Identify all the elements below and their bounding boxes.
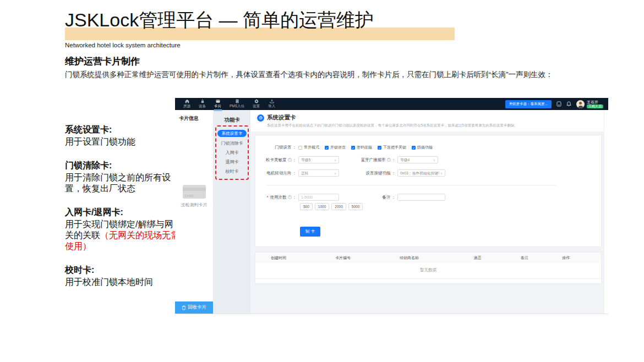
checkbox-anti-pry[interactable]: 防撬功能 xyxy=(412,145,433,150)
motor-direction-select[interactable]: 正转 xyxy=(298,169,339,177)
user-menu[interactable]: 王石开 工程人员 xyxy=(576,100,603,108)
note-heading: 门锁清除卡: xyxy=(65,160,181,171)
sidebar-item-lock-clear-card[interactable]: 门锁清除卡 xyxy=(221,139,243,148)
nav-item-import[interactable]: 导入 xyxy=(267,98,276,110)
quick-1000-button[interactable]: 1000 xyxy=(315,203,329,210)
note-heading: 校时卡: xyxy=(65,265,181,276)
chevron-down-icon xyxy=(334,158,336,162)
system-card-gear-icon xyxy=(257,114,264,122)
section-description: 门锁系统提供多种正常维护运营可使用的卡片制作，具体设置查看个选项卡内的内容说明，… xyxy=(65,70,604,80)
lock-settings-label: 门锁设置： xyxy=(255,145,297,150)
card-placeholder-area: CARD 没检测到卡片 xyxy=(175,185,213,208)
col-actions: 操作 xyxy=(558,255,601,261)
section-heading: 维护运营卡片制作 xyxy=(65,55,140,68)
recycle-card-label: 回收卡片 xyxy=(188,304,206,311)
lock-icon xyxy=(200,99,205,103)
app-navbar: 房源 设备 卡片 PMS入住 设置 导入 xyxy=(175,98,608,110)
user-meta: 王石开 工程人员 xyxy=(587,100,603,108)
gear-icon xyxy=(254,99,259,103)
card-placeholder-image: CARD xyxy=(183,185,206,199)
recycle-card-button[interactable]: 回收卡片 xyxy=(175,301,213,314)
col-card-number: 卡片编号 xyxy=(331,255,395,261)
sidebar-item-leave-network-card[interactable]: 退网卡 xyxy=(226,157,239,167)
app-body: 卡片信息 CARD 没检测到卡片 回收卡片 功能卡 系统设置卡 门锁清除卡 入网… xyxy=(175,110,608,314)
main-title: 系统设置卡 xyxy=(267,114,296,122)
chevron-down-icon xyxy=(440,172,443,175)
bell-icon[interactable] xyxy=(566,101,571,107)
card-icon xyxy=(216,99,220,103)
nav-label: 设备 xyxy=(199,104,206,109)
info-icon xyxy=(387,158,391,162)
card-history-table: 创建时间 卡片编号 经销商名称 酒店 备注 操作 暂无数据 xyxy=(255,252,602,284)
note-time-card: 校时卡: 用于校准门锁本地时间 xyxy=(65,265,181,288)
checkbox-box xyxy=(325,146,329,150)
sidebar-item-system-setting-card[interactable]: 系统设置卡 xyxy=(217,130,247,137)
import-icon xyxy=(270,99,274,103)
nav-item-rooms[interactable]: 房源 xyxy=(182,98,192,110)
main-content: 门锁设置： 常开模式 开锁语音 密码使能 下压把手关锁 防撬功能 检卡灵敏度： xyxy=(250,131,608,314)
selects-row-1: 检卡灵敏度： 等级5 蓝牙广播频率： 等级4 xyxy=(255,156,601,163)
note-network-card: 入网卡/退网卡: 用于实现门锁绑定/解绑与网关的关联（无网关的现场无需使用） xyxy=(65,207,181,252)
app-screenshot: 房源 设备 卡片 PMS入住 设置 导入 xyxy=(175,98,608,314)
trash-icon xyxy=(182,305,186,310)
nav-label: 房源 xyxy=(183,104,190,109)
motor-direction-label: 电机转动方向： xyxy=(255,171,297,176)
table-header-row: 创建时间 卡片编号 经销商名称 酒店 备注 操作 xyxy=(255,253,601,263)
nav-label: 导入 xyxy=(268,104,275,109)
nav-item-cards[interactable]: 卡片 xyxy=(213,98,222,110)
note-clear-card: 门锁清除卡: 用于清除门锁之前的所有设置，恢复出厂状态 xyxy=(65,160,181,194)
checkbox-box xyxy=(351,146,355,150)
bluetooth-broadcast-label: 蓝牙广播频率： xyxy=(339,157,396,163)
card-info-panel: 卡片信息 CARD 没检测到卡片 回收卡片 xyxy=(175,110,214,314)
note-heading: 入网卡/退网卡: xyxy=(65,207,181,218)
checkbox-press-handle-lock[interactable]: 下压把手关锁 xyxy=(378,145,406,150)
usage-row: 使用次数： 备注： xyxy=(255,194,601,201)
note-body: 用于清除门锁之前的所有设置，恢复出厂状态 xyxy=(65,172,181,194)
card-sensitivity-select[interactable]: 等级5 xyxy=(298,156,339,163)
key-function-select[interactable]: 0x03：当作初始化按键功能使... xyxy=(397,169,445,177)
checkbox-password-enable[interactable]: 密码使能 xyxy=(351,145,372,150)
nav-item-settings[interactable]: 设置 xyxy=(252,98,261,110)
main-description: 系统设置卡用于在初始化状态下的门锁进行门锁功能以及授权的设置，每个单位最多允许同… xyxy=(267,123,602,128)
id-card-icon[interactable] xyxy=(556,101,561,107)
table-tail xyxy=(255,279,601,283)
note-body: 用于实现门锁绑定/解绑与网关的关联（无网关的现场无需使用） xyxy=(65,219,181,252)
scrollbar-track[interactable] xyxy=(604,110,608,314)
usage-count-label: 使用次数： xyxy=(255,195,297,200)
user-name: 王石开 xyxy=(587,100,598,104)
nav-item-pms-checkin[interactable]: PMS入住 xyxy=(228,98,245,110)
no-card-detected-text: 没检测到卡片 xyxy=(181,202,208,208)
main-area: 系统设置卡 系统设置卡用于在初始化状态下的门锁进行门锁功能以及授权的设置，每个单… xyxy=(250,110,608,314)
card-notes-column: 系统设置卡: 用于设置门锁功能 门锁清除卡: 用于清除门锁之前的所有设置，恢复出… xyxy=(65,124,181,300)
note-body: 用于校准门锁本地时间 xyxy=(65,277,181,288)
bluetooth-broadcast-select[interactable]: 等级4 xyxy=(397,156,438,163)
quick-5000-button[interactable]: 5000 xyxy=(348,203,363,210)
remark-input[interactable] xyxy=(397,194,445,201)
card-stripe xyxy=(183,188,206,191)
col-hotel: 酒店 xyxy=(469,255,516,261)
card-word: CARD xyxy=(185,194,194,198)
make-card-button[interactable]: 制 卡 xyxy=(300,227,320,237)
quick-2000-button[interactable]: 2000 xyxy=(331,203,346,210)
home-icon xyxy=(185,99,189,103)
col-dealer-name: 经销商名称 xyxy=(395,255,469,261)
card-reader-link-button[interactable]: 关联发卡器：泰禾寓发... xyxy=(505,100,552,108)
sidebar-item-join-network-card[interactable]: 入网卡 xyxy=(226,148,239,157)
checkbox-unlock-voice[interactable]: 开锁语音 xyxy=(325,145,346,150)
user-role-badge: 工程人员 xyxy=(587,105,603,108)
checkbox-box xyxy=(412,146,416,150)
checkbox-box xyxy=(298,146,302,150)
col-remark: 备注 xyxy=(516,255,558,261)
checkbox-normally-open[interactable]: 常开模式 xyxy=(298,145,319,150)
nav-item-devices[interactable]: 设备 xyxy=(198,98,207,110)
sidebar-item-time-sync-card[interactable]: 校时卡 xyxy=(226,167,239,176)
quick-500-button[interactable]: 500 xyxy=(300,203,313,210)
nav-label: 卡片 xyxy=(214,104,221,109)
empty-state-text: 暂无数据 xyxy=(255,263,601,279)
avatar xyxy=(576,100,585,108)
card-info-title: 卡片信息 xyxy=(175,110,213,127)
slide-subtitle: Networked hotel lock system architecture xyxy=(65,42,181,48)
navbar-right: 关联发卡器：泰禾寓发... 王石开 工程人员 xyxy=(505,98,608,110)
usage-count-input[interactable] xyxy=(298,194,339,201)
info-icon xyxy=(288,158,292,162)
